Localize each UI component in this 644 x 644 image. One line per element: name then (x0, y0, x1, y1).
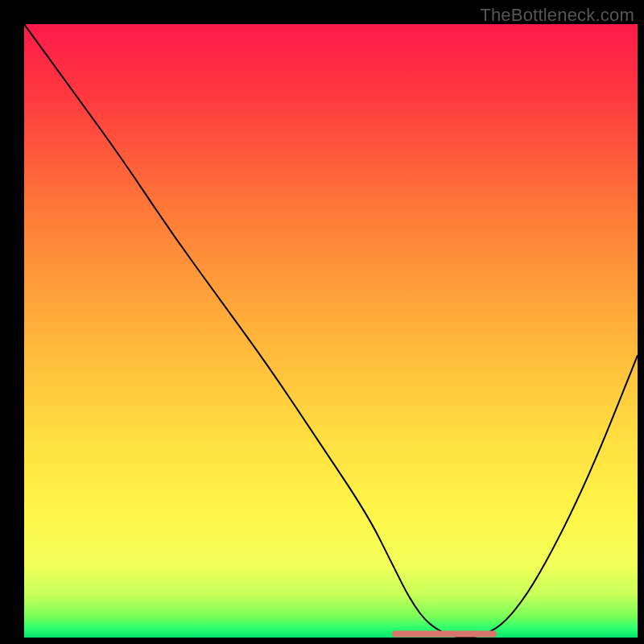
watermark-text: TheBottleneck.com (480, 5, 634, 26)
chart-background (24, 24, 638, 638)
chart-frame: TheBottleneck.com (0, 0, 644, 644)
plot-area (24, 24, 638, 638)
chart-svg (24, 24, 638, 638)
